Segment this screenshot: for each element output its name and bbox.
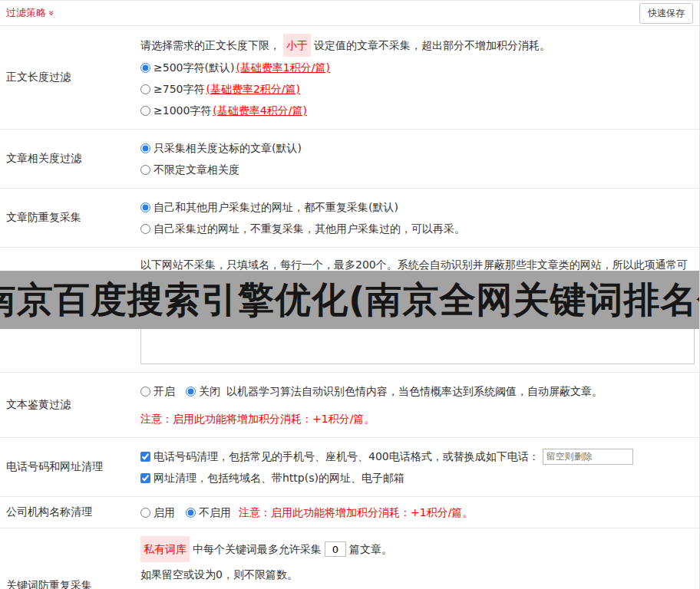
length-radio-750[interactable] (140, 84, 150, 94)
dedupe-radio-self[interactable] (140, 224, 150, 234)
relevance-radio-strict[interactable] (140, 143, 150, 153)
length-radio-1000[interactable] (140, 106, 150, 116)
dedupe-option-self: 自己采集过的网址，不重复采集，其他用户采集过的，可以再采。 (140, 218, 693, 239)
row-keyword-dedupe: 关键词防重复采集 私有词库 中每个关键词最多允许采集 篇文章。 如果留空或设为0… (0, 528, 699, 589)
keyword-note-zero: 如果留空或设为0，则不限篇数。 (140, 562, 693, 587)
relevance-option-any: 不限定文章相关度 (140, 159, 693, 180)
length-option-label: ≥1000字符 (154, 100, 211, 121)
keyword-limit-input[interactable] (325, 541, 346, 557)
porn-option-label: 开启 (154, 380, 175, 402)
porn-radio-off[interactable] (186, 387, 196, 397)
length-option-1000: ≥1000字符 (基础费率4积分/篇) (140, 100, 693, 121)
length-option-label: ≥500字符(默认) (154, 57, 234, 78)
porn-option-label: 关闭 (199, 380, 220, 402)
length-intro-after: 设定值的文章不采集，超出部分不增加积分消耗。 (314, 35, 550, 56)
porn-filter-description: 以机器学习算法自动识别色情内容，当色情概率达到系统阈值，自动屏蔽文章。 (226, 380, 603, 402)
watermark-text: 南京百度搜索引擎优化(南京全网关键词排名优化价 (0, 276, 700, 324)
keyword-limit-suffix: 篇文章。 (349, 537, 392, 561)
phone-cleanup-line: 电话号码清理，包括常见的手机号、座机号、400电话格式，或替换成如下电话： (140, 446, 693, 467)
length-option-fee: (基础费率4积分/篇) (213, 100, 307, 121)
dedupe-option-label: 自己和其他用户采集过的网址，都不重复采集(默认) (154, 196, 398, 218)
length-option-fee: (基础费率2积分/篇) (206, 78, 300, 100)
company-cleanup-note: 注意：启用此功能将增加积分消耗：+1积分/篇。 (239, 502, 473, 523)
length-intro-before: 请选择需求的正文长度下限， (140, 35, 280, 56)
url-cleanup-checkbox[interactable] (140, 473, 150, 483)
row-phone-url-cleanup: 电话号码和网址清理 电话号码清理，包括常见的手机号、座机号、400电话格式，或替… (0, 438, 699, 497)
row-label-dedupe: 文章防重复采集 (0, 189, 134, 247)
row-label-relevance: 文章相关度过滤 (0, 130, 134, 188)
porn-filter-options: 开启 关闭 以机器学习算法自动识别色情内容，当色情概率达到系统阈值，自动屏蔽文章… (140, 380, 693, 402)
page-title: 过滤策略 (6, 6, 46, 20)
length-option-label: ≥750字符 (154, 78, 204, 100)
dedupe-radio-global[interactable] (140, 202, 150, 212)
private-lexicon-highlight: 私有词库 (140, 536, 190, 562)
row-company-cleanup: 公司机构名称清理 启用 不启用 注意：启用此功能将增加积分消耗：+1积分/篇。 (0, 497, 699, 528)
phone-cleanup-checkbox[interactable] (140, 452, 150, 462)
row-label-keyword: 关键词防重复采集 (0, 528, 134, 589)
length-option-fee: (基础费率1积分/篇) (236, 57, 330, 78)
company-cleanup-options: 启用 不启用 注意：启用此功能将增加积分消耗：+1积分/篇。 (140, 502, 693, 523)
company-radio-on[interactable] (140, 508, 150, 518)
porn-filter-note: 注意：启用此功能将增加积分消耗：+1积分/篇。 (140, 408, 693, 429)
dedupe-option-global: 自己和其他用户采集过的网址，都不重复采集(默认) (140, 196, 693, 218)
filter-strategy-title-toggle[interactable]: 过滤策略 » (6, 6, 54, 20)
page-header: 过滤策略 » 快速保存 (0, 1, 699, 26)
row-relevance-filter: 文章相关度过滤 只采集相关度达标的文章(默认) 不限定文章相关度 (0, 130, 699, 189)
chevron-down-icon: » (47, 10, 56, 15)
length-intro-highlight: 小于 (283, 34, 311, 57)
row-label-porn: 文本鉴黄过滤 (0, 373, 134, 437)
replacement-phone-input[interactable] (543, 449, 633, 465)
quick-save-button[interactable]: 快速保存 (639, 3, 693, 24)
company-option-label: 不启用 (199, 502, 231, 523)
url-cleanup-line: 网址清理，包括纯域名、带http(s)的网址、电子邮箱 (140, 467, 693, 489)
length-radio-500[interactable] (140, 63, 150, 73)
length-option-500: ≥500字符(默认) (基础费率1积分/篇) (140, 57, 693, 78)
phone-cleanup-label: 电话号码清理，包括常见的手机号、座机号、400电话格式，或替换成如下电话： (154, 446, 540, 467)
company-radio-off[interactable] (186, 508, 196, 518)
watermark-overlay: 南京百度搜索引擎优化(南京全网关键词排名优化价 (0, 271, 700, 329)
url-cleanup-label: 网址清理，包括纯域名、带http(s)的网址、电子邮箱 (154, 467, 404, 489)
relevance-option-label: 只采集相关度达标的文章(默认) (154, 137, 302, 159)
row-dedupe: 文章防重复采集 自己和其他用户采集过的网址，都不重复采集(默认) 自己采集过的网… (0, 189, 699, 248)
row-porn-filter: 文本鉴黄过滤 开启 关闭 以机器学习算法自动识别色情内容，当色情概率达到系统阈值… (0, 373, 699, 438)
row-length-filter: 正文长度过滤 请选择需求的正文长度下限， 小于 设定值的文章不采集，超出部分不增… (0, 26, 699, 130)
length-intro: 请选择需求的正文长度下限， 小于 设定值的文章不采集，超出部分不增加积分消耗。 (140, 34, 693, 57)
filter-strategy-page: 过滤策略 » 快速保存 正文长度过滤 请选择需求的正文长度下限， 小于 设定值的… (0, 0, 700, 589)
relevance-option-strict: 只采集相关度达标的文章(默认) (140, 137, 693, 159)
company-option-label: 启用 (154, 502, 175, 523)
row-label-phone-url: 电话号码和网址清理 (0, 438, 134, 496)
relevance-option-label: 不限定文章相关度 (154, 159, 239, 180)
length-option-750: ≥750字符 (基础费率2积分/篇) (140, 78, 693, 100)
dedupe-option-label: 自己采集过的网址，不重复采集，其他用户采集过的，可以再采。 (154, 218, 465, 239)
relevance-radio-any[interactable] (140, 165, 150, 175)
row-label-length: 正文长度过滤 (0, 26, 134, 129)
keyword-limit-line: 私有词库 中每个关键词最多允许采集 篇文章。 (140, 536, 693, 562)
porn-radio-on[interactable] (140, 387, 150, 397)
row-label-company: 公司机构名称清理 (0, 497, 134, 528)
keyword-limit-text: 中每个关键词最多允许采集 (193, 537, 322, 561)
